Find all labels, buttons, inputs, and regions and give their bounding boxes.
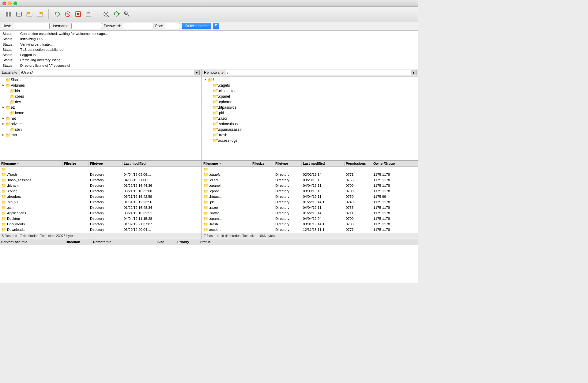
tree-toggle[interactable] <box>208 116 213 121</box>
list-item[interactable]: 📁? .cl.selector <box>202 88 418 94</box>
remote-col-lastmod[interactable]: Last modified <box>302 161 345 166</box>
tree-toggle[interactable] <box>208 83 213 88</box>
queue-col-priority[interactable]: Priority <box>176 239 199 245</box>
toggle-remotedir-button[interactable] <box>35 9 45 19</box>
toggle-filter-button[interactable] <box>101 9 111 19</box>
list-item[interactable]: ▼ 📁 / <box>202 77 418 83</box>
table-row[interactable]: 📁Downloads Directory 03/29/19 20:04:... <box>0 227 202 233</box>
password-input[interactable] <box>123 23 153 29</box>
tree-toggle[interactable] <box>6 127 10 132</box>
table-row[interactable]: 📁Desktop Directory 04/04/19 11:15:28 <box>0 216 202 222</box>
table-row[interactable]: 📁.cphor... Directory 03/08/19 10:... 070… <box>202 189 418 194</box>
tree-toggle[interactable] <box>208 89 213 93</box>
table-row[interactable]: 📁.Trash Directory 04/04/19 09:06:... <box>0 172 202 178</box>
queue-col-direction[interactable]: Direction <box>64 239 92 245</box>
table-row[interactable]: 📁.sip_v1 Directory 01/31/19 12:23:56 <box>0 200 202 205</box>
list-item[interactable]: 📁? .cphorde <box>202 99 418 105</box>
tree-toggle[interactable]: ▶ <box>1 105 6 110</box>
list-item[interactable]: 📁? .pki <box>202 110 418 116</box>
list-item[interactable]: 📁? .cagefs <box>202 83 418 88</box>
list-item[interactable]: 📁 Shared <box>0 77 202 83</box>
list-item[interactable]: 📁 bin <box>0 88 202 94</box>
remote-col-filetype[interactable]: Filetype <box>274 161 302 166</box>
tree-toggle[interactable] <box>208 100 213 104</box>
settings-button[interactable] <box>84 9 93 19</box>
tree-toggle[interactable] <box>6 89 10 93</box>
tree-toggle[interactable] <box>6 111 10 115</box>
username-input[interactable] <box>71 23 102 29</box>
tree-toggle[interactable]: ▶ <box>1 133 6 137</box>
table-row[interactable]: 📁Applications Directory 03/21/19 10:32:5… <box>0 211 202 216</box>
list-item[interactable]: ▶ 📁 net <box>0 116 202 121</box>
table-row[interactable]: 📁acces... Directory 12/31/18 11:1... 077… <box>202 227 418 233</box>
maximize-button[interactable] <box>13 2 17 5</box>
reconnect-button[interactable] <box>52 9 62 19</box>
tree-toggle[interactable] <box>208 133 213 137</box>
queue-body[interactable] <box>0 245 418 283</box>
table-row[interactable]: 📁.spam... Directory 04/04/19 04:... 0700… <box>202 216 418 222</box>
tree-toggle[interactable] <box>208 122 213 126</box>
close-button[interactable] <box>2 2 6 5</box>
list-item[interactable]: 📁? .razor <box>202 116 418 121</box>
quickconnect-button[interactable]: Quickconnect <box>182 23 211 29</box>
table-row[interactable]: 📁.. <box>202 167 418 172</box>
toggle-msglog-button[interactable] <box>14 9 24 19</box>
list-item[interactable]: ▶ 📁 private <box>0 121 202 127</box>
list-item[interactable]: 📁 cores <box>0 94 202 99</box>
tree-toggle[interactable]: ▶ <box>1 116 6 121</box>
list-item[interactable]: 📁? .cpanel <box>202 94 418 99</box>
remote-filelist-area[interactable]: 📁.. 📁.cagefs Directory 02/02/19 14:... 0… <box>202 167 418 233</box>
tree-toggle[interactable] <box>208 105 213 110</box>
table-row[interactable]: 📁.cpanel Directory 04/04/19 11:... 0700 … <box>202 183 418 189</box>
table-row[interactable]: 📁.cagefs Directory 02/02/19 14:... 0771 … <box>202 172 418 178</box>
list-item[interactable]: ▶ 📁 etc <box>0 105 202 110</box>
local-col-lastmod[interactable]: Last modified <box>123 161 202 166</box>
table-row[interactable]: 📁.bash_sessions Directory 04/03/19 21:06… <box>0 178 202 183</box>
tree-toggle[interactable] <box>208 111 213 115</box>
list-item[interactable]: 📁 dev <box>0 99 202 105</box>
remote-tree[interactable]: ▼ 📁 / 📁? .cagefs 📁? .cl.selector 📁? .cpa… <box>202 77 418 160</box>
remote-col-filename[interactable]: Filename ▲ <box>202 161 251 166</box>
local-site-dropdown[interactable]: ▼ <box>194 70 200 75</box>
tree-toggle[interactable] <box>208 138 213 143</box>
minimize-button[interactable] <box>8 2 12 5</box>
table-row[interactable]: 📁.ssh Directory 01/22/19 16:48:34 <box>0 205 202 211</box>
remote-site-dropdown[interactable]: ▼ <box>411 70 417 75</box>
tree-toggle[interactable] <box>6 94 10 99</box>
host-input[interactable] <box>13 23 50 29</box>
list-item[interactable]: ▶ 📁 Volumes <box>0 83 202 88</box>
stop-button[interactable] <box>63 9 73 19</box>
toggle-sync-button[interactable] <box>111 9 121 19</box>
quickconnect-dropdown[interactable]: ▼ <box>213 23 219 29</box>
table-row[interactable]: 📁Documents Directory 01/02/19 21:37:07 <box>0 222 202 227</box>
cancel-queue-button[interactable] <box>73 9 83 19</box>
table-row[interactable]: 📁.cl.sel... Directory 03/23/19 13:... 07… <box>202 178 418 183</box>
list-item[interactable]: 📁? .trash <box>202 132 418 138</box>
remote-col-filesize[interactable]: Filesize <box>251 161 274 166</box>
table-row[interactable]: 📁.razor Directory 04/04/19 11:... 0755 1… <box>202 205 418 211</box>
queue-col-serverfile[interactable]: Server/Local file <box>0 239 64 245</box>
tree-toggle[interactable] <box>208 127 213 132</box>
queue-col-status[interactable]: Status <box>199 239 418 245</box>
tree-toggle[interactable]: ▶ <box>1 83 6 88</box>
remote-col-ownergroup[interactable]: Owner/Group <box>372 161 418 166</box>
table-row[interactable]: 📁.pki Directory 01/22/19 14:1... 0740 11… <box>202 200 418 205</box>
port-input[interactable] <box>165 23 180 29</box>
table-row[interactable]: 📁.. <box>0 167 202 172</box>
local-col-filetype[interactable]: Filetype <box>89 161 123 166</box>
list-item[interactable]: 📁? access-logs <box>202 138 418 143</box>
local-site-path[interactable] <box>20 70 194 75</box>
local-filelist-area[interactable]: 📁.. 📁.Trash Directory 04/04/19 09:06:...… <box>0 167 202 233</box>
local-col-filename[interactable]: Filename ▲ <box>0 161 63 166</box>
queue-col-size[interactable]: Size <box>156 239 176 245</box>
list-item[interactable]: 📁? .htpasswds <box>202 105 418 110</box>
table-row[interactable]: 📁.config Directory 03/21/19 10:32:00 <box>0 189 202 194</box>
tree-toggle[interactable]: ▼ <box>203 78 208 82</box>
table-row[interactable]: 📁.softac... Directory 01/22/19 14:... 07… <box>202 211 418 216</box>
list-item[interactable]: 📁? .softaculous <box>202 121 418 127</box>
table-row[interactable]: 📁.htpas... Directory 04/04/19 11:... 075… <box>202 194 418 200</box>
list-item[interactable]: 📁 sbin <box>0 127 202 132</box>
table-row[interactable]: 📁.dropbox Directory 03/21/19 16:42:59 <box>0 194 202 200</box>
table-row[interactable]: 📁.trash Directory 03/01/19 14:1... 0700 … <box>202 222 418 227</box>
table-row[interactable]: 📁.bitnami Directory 01/22/19 16:44:36 <box>0 183 202 189</box>
